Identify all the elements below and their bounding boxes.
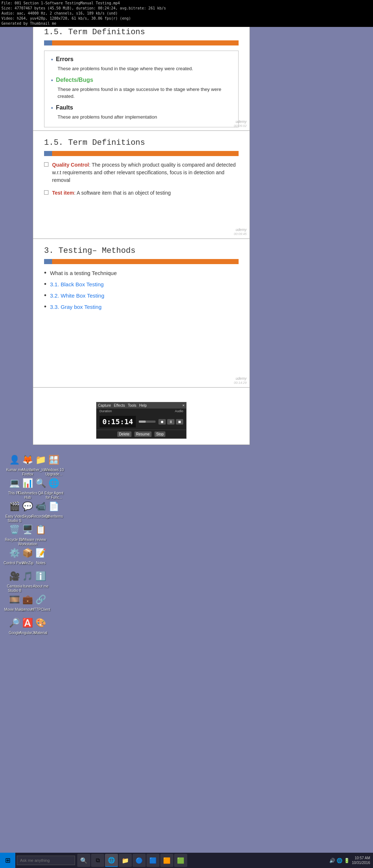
sq-test-item: Test item: A software item that is an ob…	[44, 189, 239, 197]
file-info-line5: Generated by Thumbnail me	[1, 21, 372, 26]
desktop-icon-edge-agent[interactable]: 🌐 Edge Agent for Func...	[42, 476, 66, 500]
desktop-icon-about-me[interactable]: ℹ️ About me	[29, 569, 52, 589]
mp-time-display: 0:15:14	[99, 416, 136, 427]
mp-stop-button-icon[interactable]: ⏹	[176, 419, 183, 425]
tb-time-display: 10:57 AM	[352, 856, 370, 860]
mp-stop-button[interactable]: Stop	[154, 431, 166, 437]
slide3-link-2[interactable]: 3.2. White Box Testing	[50, 292, 104, 299]
slide1-timestamp: 00:05:02	[234, 124, 247, 128]
bullet-label-errors: Errors	[56, 56, 74, 63]
bullet-label-defects: Defects/Bugs	[56, 77, 93, 83]
taskbar-app-4[interactable]: 🟩	[174, 854, 187, 867]
desktop-icon-otherltems[interactable]: 📄 OtherItems	[42, 499, 66, 519]
bullet-desc-defects: These are problems found in a stage succ…	[58, 86, 232, 100]
mp-close-button[interactable]: ×	[182, 403, 185, 407]
slide2-udemy-mark: udemy 00:09:45	[234, 228, 247, 236]
slide3-item-4: 3.3. Gray box Testing	[44, 303, 239, 311]
slide3-udemy-mark: udemy 00:14:29	[234, 377, 247, 385]
taskbar-app-3[interactable]: 🟧	[160, 854, 173, 867]
video-area: 1.5. Term Definitions • Errors These are…	[33, 20, 250, 445]
desktop-icon-img-windows-10-upgrade: 🪟	[47, 453, 61, 467]
mp-delete-button[interactable]: Delete	[117, 431, 131, 437]
slide3-item-2: 3.1. Black Box Testing	[44, 280, 239, 288]
sq-icon-1	[44, 162, 48, 167]
bullet-desc-faults: These are problems found after implement…	[58, 114, 232, 121]
bullet-defects: • Defects/Bugs	[51, 77, 232, 84]
term-ti: Test item	[52, 190, 74, 196]
sq-quality-control: Quality Control: The process by which pr…	[44, 161, 239, 184]
slide3-link-1[interactable]: 3.1. Black Box Testing	[50, 281, 103, 287]
desktop-icon-label-httpclient: HTTPClient	[29, 608, 52, 612]
slide2-orange-bar	[44, 151, 239, 156]
bullet-faults: • Faults	[51, 104, 232, 111]
desktop-icon-label-edge-agent: Edge Agent for Func...	[42, 491, 66, 500]
mp-tab-capture[interactable]: Capture	[98, 403, 111, 407]
slide1-title: 1.5. Term Definitions	[44, 28, 239, 37]
desktop-icon-windows-10-upgrade[interactable]: 🪟 Windows 10 Upgrade...	[42, 453, 66, 477]
file-info-line4: Video: h264, yuv420p, 1280x720, 61 kb/s,…	[1, 16, 372, 21]
desktop-icon-label-windows-10-upgrade: Windows 10 Upgrade...	[42, 468, 66, 477]
sq-icon-2	[44, 190, 48, 195]
taskbar-app-1[interactable]: 🔵	[133, 854, 146, 867]
slide3-item-3: 3.2. White Box Testing	[44, 292, 239, 299]
desktop-icon-label-notes: Notes	[29, 561, 52, 565]
media-player: Capture Effects Tools Help × Duration Au…	[96, 402, 186, 439]
mp-progress-fill	[139, 421, 145, 423]
desktop-icon-img-otherltems: 📄	[47, 499, 61, 514]
start-button[interactable]: ⊞	[0, 853, 15, 868]
desktop-icon-label-material: Material	[29, 631, 52, 635]
taskbar-app-ie[interactable]: 🌐	[105, 854, 118, 867]
mp-controls: ⏺ ⏸ ⏹	[158, 419, 183, 425]
mp-record-button[interactable]: ⏺	[158, 419, 166, 425]
desktop-icon-review[interactable]: 📋 review	[29, 522, 52, 542]
desktop: 👤 Kumar me 🦊 Mozilla Firefox 📁 other_Ico…	[0, 449, 373, 868]
desktop-icon-httpclient[interactable]: 🔗 HTTPClient	[29, 592, 52, 612]
taskbar-right: 🔊 🌐 🔋 10:57 AM 10/31/2016	[329, 856, 370, 865]
desktop-icon-img-httpclient: 🔗	[34, 592, 48, 607]
tb-date-display: 10/31/2016	[352, 860, 370, 865]
slide1-content-box: • Errors These are problems found in the…	[44, 51, 239, 127]
slide-1: 1.5. Term Definitions • Errors These are…	[33, 20, 250, 131]
bullet-dot-1: •	[51, 56, 53, 63]
taskbar-search-input[interactable]	[17, 856, 75, 865]
mp-duration-label: Duration	[99, 409, 112, 413]
mp-tab-effects[interactable]: Effects	[114, 403, 125, 407]
term-qc: Quality Control	[52, 162, 89, 168]
desktop-icon-material[interactable]: 🎨 Material	[29, 616, 52, 635]
taskbar-tray-icons: 🔊 🌐 🔋	[329, 858, 350, 863]
sq-text-ti: Test item: A software item that is an ob…	[52, 189, 171, 197]
slide3-item-1: What is a testing Technique	[44, 269, 239, 277]
desktop-icon-img-review: 📋	[34, 522, 48, 537]
file-info-line3: Audio: aac, 44000 Hz, 2 channels, s16, 1…	[1, 11, 372, 16]
mp-tab-tools[interactable]: Tools	[128, 403, 136, 407]
desktop-icon-img-notes: 📝	[34, 546, 48, 560]
slide2-timestamp: 00:09:45	[234, 232, 247, 236]
slide3-link-3[interactable]: 3.3. Gray box Testing	[50, 304, 101, 310]
taskbar-app-cortana[interactable]: 🔍	[77, 854, 90, 867]
sq-text-qc: Quality Control: The process by which pr…	[52, 161, 239, 184]
taskbar: ⊞ 🔍 ⧉ 🌐 📁 🔵 🟦 🟧 🟩 🔊 🌐 🔋 10:57 AM 10/31/2…	[0, 853, 373, 868]
slide3-title: 3. Testing– Methods	[44, 246, 239, 255]
mp-resume-button[interactable]: Resume	[134, 431, 152, 437]
tray-icon-battery: 🔋	[344, 858, 350, 863]
desktop-icon-label-otherltems: OtherItems	[42, 514, 66, 519]
desktop-icon-notes[interactable]: 📝 Notes	[29, 546, 52, 565]
mp-btn-section: Delete Resume Stop	[97, 430, 186, 438]
slide3-orange-bar	[44, 259, 239, 264]
taskbar-app-2[interactable]: 🟦	[146, 854, 160, 867]
mp-progress-bar[interactable]	[139, 421, 156, 423]
desktop-icon-label-review: review	[29, 538, 52, 542]
mp-tab-help[interactable]: Help	[139, 403, 147, 407]
bullet-desc-errors: These are problems found in the stage wh…	[58, 65, 232, 72]
taskbar-app-explorer[interactable]: 📁	[119, 854, 132, 867]
file-info-bar: File: 001 Section 1-Software TestingManu…	[0, 0, 373, 27]
mp-pause-button[interactable]: ⏸	[167, 419, 174, 425]
bullet-dot-2: •	[51, 77, 53, 84]
mp-body: 0:15:14 ⏺ ⏸ ⏹	[97, 414, 186, 430]
taskbar-app-taskview[interactable]: ⧉	[91, 854, 104, 867]
slide1-orange-bar	[44, 40, 239, 45]
bullet-errors: • Errors	[51, 56, 232, 63]
file-info-line2: Size: 47707467 bytes (45.50 MiB), durati…	[1, 6, 372, 11]
tray-icon-network: 🌐	[337, 858, 342, 863]
slide-3: 3. Testing– Methods What is a testing Te…	[33, 239, 250, 388]
